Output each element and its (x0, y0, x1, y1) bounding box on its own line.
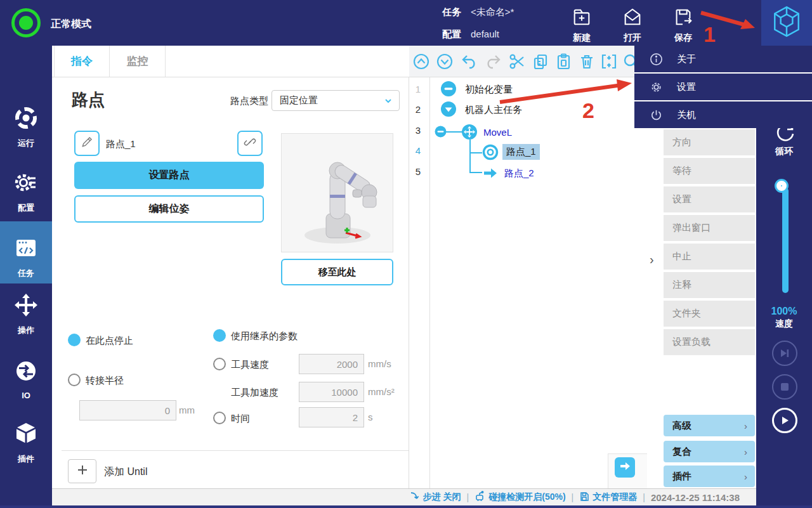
inst-item-wait[interactable]: 等待 (664, 158, 755, 184)
io-arrows-icon (13, 375, 39, 386)
gear-icon (650, 81, 663, 94)
task-name-value: <未命名>* (471, 6, 514, 18)
step-mode-status[interactable]: 步进 关闭 (410, 492, 461, 504)
blend-radius-label: 转接半径 (86, 375, 124, 387)
time-unit: s (368, 412, 373, 422)
link-waypoint-button[interactable] (237, 131, 263, 156)
open-task-button[interactable]: 打开 (612, 6, 653, 44)
delete-icon-button[interactable] (578, 53, 596, 70)
paste-icon-button[interactable] (555, 53, 573, 70)
triangle-down-circle-icon[interactable] (440, 101, 457, 120)
expand-all-button[interactable] (436, 53, 454, 70)
plus-icon (76, 464, 89, 479)
category-plugin-button[interactable]: 插件› (664, 466, 755, 487)
tree-row-waypoint-2[interactable]: 路点_2 (504, 167, 534, 179)
rename-waypoint-button[interactable] (74, 131, 100, 156)
play-button[interactable] (772, 408, 797, 433)
tree-row-waypoint-1[interactable]: 路点_1 (502, 144, 540, 160)
collision-detect-status[interactable]: 碰撞检测开启(50%) (475, 491, 565, 504)
inst-item-set[interactable]: 设置 (664, 186, 755, 212)
inherit-params-radio[interactable] (213, 329, 226, 342)
clock-timestamp: 2024-12-25 11:14:38 (651, 492, 740, 503)
tool-speed-unit: mm/s (368, 358, 391, 369)
speed-slider-track[interactable] (782, 188, 789, 293)
new-task-button[interactable]: 新建 (561, 6, 602, 44)
tool-speed-radio[interactable] (213, 358, 226, 370)
step-arrow-icon (410, 492, 420, 504)
set-waypoint-button[interactable]: 设置路点 (74, 162, 264, 189)
cut-icon-button[interactable] (508, 53, 526, 70)
menu-item-about[interactable]: 关于 (634, 46, 812, 72)
app-menu-button[interactable] (761, 0, 812, 46)
category-advanced-button[interactable]: 高级› (664, 415, 755, 436)
stop-button[interactable] (772, 374, 797, 400)
config-label: 配置 (442, 29, 461, 41)
category-composite-button[interactable]: 复合› (664, 441, 755, 462)
stop-here-radio[interactable] (68, 334, 81, 346)
file-manager-status[interactable]: 文件管理器 (579, 492, 637, 504)
sidebar-item-task[interactable]: 任务 (0, 221, 52, 283)
blend-radius-unit: mm (179, 405, 195, 415)
tool-speed-input[interactable] (299, 354, 364, 374)
collapse-all-button[interactable] (412, 53, 430, 70)
menu-item-settings[interactable]: 设置 (634, 74, 812, 100)
arrow-right-node-icon[interactable] (482, 165, 499, 184)
inst-item-popup[interactable]: 弹出窗口 (664, 215, 755, 241)
insert-between-icon-button[interactable] (600, 53, 618, 70)
waypoint-type-label: 路点类型 (230, 95, 268, 107)
chevron-right-icon: › (744, 471, 747, 482)
time-radio[interactable] (213, 412, 226, 424)
redo-button[interactable] (484, 53, 502, 70)
inst-item-abort[interactable]: 中止 (664, 244, 755, 270)
sidebar-item-operate[interactable]: 操作 (0, 292, 52, 336)
blend-radius-radio[interactable] (68, 374, 81, 386)
tab-command[interactable]: 指令 (54, 46, 110, 77)
inst-item-direction[interactable]: 方向 (664, 129, 755, 155)
pencil-icon (81, 136, 93, 151)
sidebar-item-run[interactable]: 运行 (0, 105, 52, 149)
waypoint-type-select[interactable]: 固定位置 (272, 90, 400, 111)
robot-collision-icon (475, 491, 485, 504)
sidebar-item-label: 运行 (0, 138, 52, 149)
blend-radius-input[interactable] (79, 400, 176, 420)
undo-button[interactable] (461, 53, 478, 70)
menu-item-shutdown[interactable]: 关机 (634, 101, 812, 128)
new-folder-icon (571, 19, 593, 30)
menu-item-label: 关机 (677, 109, 696, 121)
speed-slider-thumb[interactable] (776, 181, 787, 191)
tree-row-init-vars[interactable]: 初始化变量 (465, 84, 513, 96)
sidebar-item-io[interactable]: IO (0, 358, 52, 400)
move-node-icon[interactable] (461, 124, 478, 143)
add-until-button[interactable] (68, 459, 96, 483)
sidebar-item-config[interactable]: 配置 (0, 170, 52, 214)
app-logo-cube-icon (771, 5, 802, 41)
inst-item-payload[interactable]: 设置负载 (664, 329, 755, 355)
minus-circle-icon[interactable] (440, 81, 457, 100)
copy-icon-button[interactable] (532, 53, 549, 70)
inst-item-folder[interactable]: 文件夹 (664, 301, 755, 327)
save-task-button[interactable]: 保存 (663, 6, 704, 44)
tree-toolbar (409, 46, 647, 77)
edit-pose-button[interactable]: 编辑位姿 (74, 195, 264, 223)
config-name-value: default (471, 29, 499, 39)
tool-accel-input[interactable] (299, 382, 364, 402)
move-here-button[interactable]: 移至此处 (281, 259, 393, 285)
inst-item-comment[interactable]: 注释 (664, 272, 755, 298)
panel-collapse-chevron[interactable]: › (650, 252, 654, 267)
code-window-icon (13, 252, 39, 263)
status-divider: | (643, 492, 645, 502)
jump-to-current-button[interactable] (615, 457, 635, 478)
mode-label: 正常模式 (51, 18, 91, 31)
gear-list-icon (13, 186, 39, 197)
tree-row-main-task[interactable]: 机器人主任务 (465, 104, 522, 116)
sidebar-item-label: 配置 (0, 202, 52, 214)
sidebar-item-plugin[interactable]: 插件 (0, 421, 52, 465)
tab-monitor[interactable]: 监控 (110, 46, 166, 77)
collapse-node-icon[interactable] (435, 126, 447, 140)
time-input[interactable] (299, 407, 364, 427)
waypoint-target-icon[interactable] (482, 144, 499, 163)
app-window: 正常模式 任务 <未命名>* 配置 default 新建 打开 (0, 0, 812, 508)
tree-row-movel[interactable]: MoveL (483, 127, 512, 138)
waypoint-title: 路点 (72, 89, 105, 111)
step-forward-button[interactable] (772, 341, 797, 366)
